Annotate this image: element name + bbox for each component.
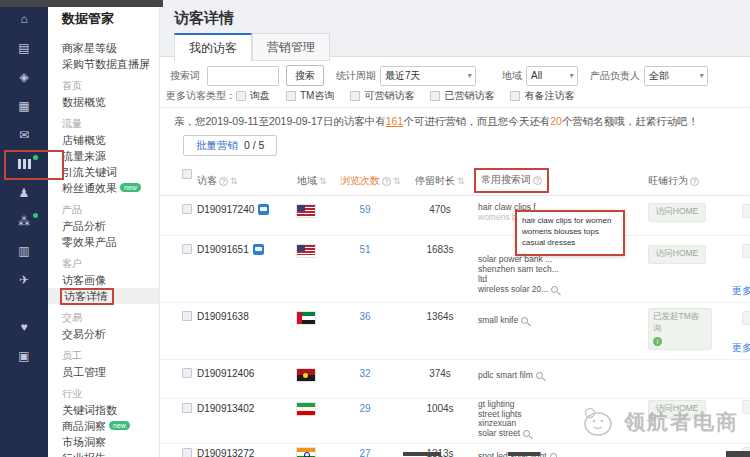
search-input[interactable] xyxy=(207,66,279,86)
views-link[interactable]: 29 xyxy=(345,403,385,414)
table-row: D190913402291004sgt lightingstreet light… xyxy=(160,399,750,444)
sidebar-item-label: 员工管理 xyxy=(62,366,106,378)
search-magnifier-icon[interactable] xyxy=(550,453,557,457)
send-icon[interactable]: ✈ xyxy=(4,269,44,291)
sidebar-item-数据概览[interactable]: 数据概览 xyxy=(48,94,159,110)
views-link[interactable]: 36 xyxy=(345,311,385,322)
shop-action-button[interactable]: 访问HOME xyxy=(648,203,706,222)
sidebar-item-流量来源[interactable]: 流量来源 xyxy=(48,148,159,164)
col-shop-behavior: 旺铺行为? xyxy=(648,174,699,188)
table-header: 访客?⇅ 地域⇅ 浏览次数?⇅ 停留时长⇅ 常用搜索词? 旺铺行为? xyxy=(160,161,750,196)
checkbox-icon xyxy=(350,91,360,101)
user-icon[interactable]: ♟ xyxy=(4,182,44,204)
sidebar-item-交易分析[interactable]: 交易分析 xyxy=(48,326,159,342)
sort-icon[interactable]: ⇅ xyxy=(457,176,465,186)
col-views: 浏览次数?⇅ xyxy=(340,174,401,188)
icon-glyph: ▣ xyxy=(18,349,29,363)
row-checkbox[interactable] xyxy=(182,368,192,378)
sidebar-item-采购节数据直播屏[interactable]: 采购节数据直播屏 xyxy=(48,56,159,72)
icon-glyph: ⁂ xyxy=(18,215,30,229)
region-select[interactable]: All▾ xyxy=(526,66,578,86)
row-checkbox[interactable] xyxy=(182,311,192,321)
period-select[interactable]: 最近7天▾ xyxy=(380,66,476,86)
owner-select[interactable]: 全部▾ xyxy=(644,66,708,86)
heart-icon[interactable]: ♥ xyxy=(4,316,44,338)
shop-action-button[interactable]: 访问HOME xyxy=(648,245,706,264)
search-magnifier-icon[interactable] xyxy=(551,286,558,293)
shop-action-button[interactable]: 已发起TM咨询i xyxy=(648,308,712,350)
views-link[interactable]: 59 xyxy=(345,204,385,215)
icon-glyph: ▥ xyxy=(18,244,29,258)
table-row: D19091638361364ssmall knife已发起TM咨询i更多 xyxy=(160,303,750,360)
sidebar-item-粉丝通效果[interactable]: 粉丝通效果new xyxy=(48,180,159,196)
row-checkbox[interactable] xyxy=(182,403,192,413)
notification-dot xyxy=(33,213,38,218)
tab-my-visitors[interactable]: 我的访客 xyxy=(174,33,252,62)
visitor-type-checkbox-询盘[interactable]: 询盘 xyxy=(236,89,270,103)
views-link[interactable]: 32 xyxy=(345,368,385,379)
keyword-line: small knife xyxy=(478,315,643,325)
sort-icon[interactable]: ⇅ xyxy=(230,176,238,186)
message-icon[interactable]: ✉ xyxy=(4,124,44,146)
sidebar-item-产品分析[interactable]: 产品分析 xyxy=(48,218,159,234)
help-icon[interactable]: ? xyxy=(690,177,699,186)
sidebar-item-访客详情[interactable]: 访客详情 xyxy=(48,288,159,304)
duration-value: 1364s xyxy=(415,311,465,322)
more-link[interactable]: 更多 xyxy=(732,341,750,355)
shield-icon[interactable]: ◈ xyxy=(4,66,44,88)
sort-icon[interactable]: ⇅ xyxy=(393,176,401,186)
chevron-down-icon: ▾ xyxy=(467,71,471,80)
sidebar-item-访客画像[interactable]: 访客画像 xyxy=(48,272,159,288)
row-checkbox[interactable] xyxy=(182,244,192,254)
briefcase-icon[interactable]: ▣ xyxy=(4,345,44,367)
more-link[interactable]: 更多 xyxy=(732,284,750,298)
search-button[interactable]: 搜索 xyxy=(286,65,324,86)
visitor-id: D19091638 xyxy=(197,311,249,322)
sidebar-item-引流关键词[interactable]: 引流关键词 xyxy=(48,164,159,180)
visitor-type-checkbox-有备注访客[interactable]: 有备注访客 xyxy=(510,89,574,103)
row-checkbox[interactable] xyxy=(182,448,192,457)
search-magnifier-icon[interactable] xyxy=(521,317,528,324)
sidebar-item-市场洞察[interactable]: 市场洞察 xyxy=(48,434,159,450)
notebook-icon[interactable]: ▥ xyxy=(4,240,44,262)
views-link[interactable]: 51 xyxy=(345,244,385,255)
visitor-type-checkbox-可营销访客[interactable]: 可营销访客 xyxy=(350,89,414,103)
help-icon[interactable]: ? xyxy=(382,177,391,186)
help-icon[interactable]: ? xyxy=(219,177,228,186)
tab-marketing[interactable]: 营销管理 xyxy=(252,33,330,61)
video-artifact xyxy=(508,452,540,456)
sidebar-item-商家星等级[interactable]: 商家星等级 xyxy=(48,40,159,56)
sidebar-section-label: 行业 xyxy=(48,386,159,402)
analytics-chart-icon[interactable] xyxy=(4,153,44,175)
marketable-count-link[interactable]: 161 xyxy=(386,115,404,127)
row-checkbox[interactable] xyxy=(182,204,192,214)
sidebar-item-零效果产品[interactable]: 零效果产品 xyxy=(48,234,159,250)
visitor-type-checkbox-已营销访客[interactable]: 已营销访客 xyxy=(430,89,494,103)
visitor-type-checkbox-TM咨询[interactable]: TM咨询 xyxy=(286,89,334,103)
store-icon[interactable]: ▤ xyxy=(4,37,44,59)
app-window: ⌂▤◈▦✉♟⁂▥✈♥▣ 数据管家商家星等级采购节数据直播屏首页数据概览流量店铺概… xyxy=(0,0,750,457)
country-flag-icon xyxy=(297,403,315,415)
keywords-cell: gt lightingstreet lightsxinzexuansolar s… xyxy=(478,400,643,438)
shop-action-button[interactable]: 访问HOME xyxy=(648,400,706,419)
sidebar-item-商品洞察[interactable]: 商品洞察new xyxy=(48,418,159,434)
views-link[interactable]: 27 xyxy=(345,448,385,457)
chevron-down-icon: ▾ xyxy=(699,71,703,80)
sidebar-item-行业报告[interactable]: 行业报告 xyxy=(48,450,159,457)
search-magnifier-icon[interactable] xyxy=(523,430,530,437)
sidebar-item-label: 采购节数据直播屏 xyxy=(62,58,150,70)
batch-marketing-button[interactable]: 批量营销0 / 5 xyxy=(183,135,277,156)
sidebar-item-label: 访客画像 xyxy=(62,274,106,286)
select-all-checkbox[interactable] xyxy=(182,169,192,179)
apps-grid-icon[interactable]: ▦ xyxy=(4,95,44,117)
home-icon[interactable]: ⌂ xyxy=(4,8,44,30)
sidebar-item-关键词指数[interactable]: 关键词指数 xyxy=(48,402,159,418)
search-magnifier-icon[interactable] xyxy=(536,372,543,379)
keywords-cell: small knife xyxy=(478,315,643,325)
share-network-icon[interactable]: ⁂ xyxy=(4,211,44,233)
sort-icon[interactable]: ⇅ xyxy=(319,176,327,186)
help-icon[interactable]: ? xyxy=(533,176,542,185)
checkbox-icon xyxy=(286,91,296,101)
sidebar-item-员工管理[interactable]: 员工管理 xyxy=(48,364,159,380)
sidebar-item-店铺概览[interactable]: 店铺概览 xyxy=(48,132,159,148)
